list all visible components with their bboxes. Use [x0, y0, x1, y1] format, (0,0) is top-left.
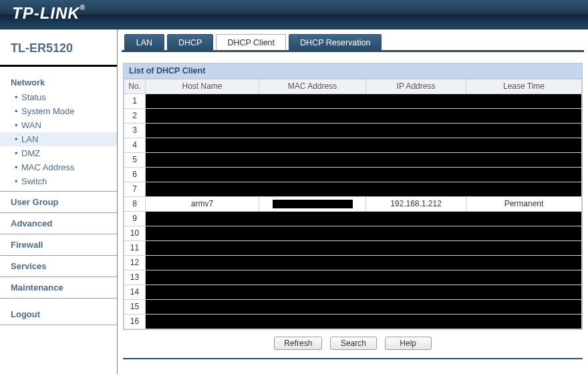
table-row: 8armv7192.168.1.212Permanent	[124, 197, 582, 212]
panel-title: List of DHCP Client	[124, 63, 582, 79]
redacted-cell	[146, 226, 582, 241]
sidebar-section-user-group[interactable]: User Group	[0, 194, 117, 210]
table-row: 9	[124, 212, 582, 226]
sidebar: TL-ER5120 Network Status System Mode WAN…	[0, 29, 118, 374]
cell-no: 2	[124, 109, 146, 124]
sidebar-section-maintenance[interactable]: Maintenance	[0, 280, 117, 295]
footer-rule	[123, 358, 583, 359]
dhcp-client-panel: List of DHCP Client No. Host Name MAC Ad…	[123, 63, 583, 330]
cell-no: 12	[124, 256, 146, 270]
col-mac: MAC Address	[259, 79, 366, 94]
table-row: 3	[124, 124, 582, 138]
brand-mark: ®	[80, 4, 86, 11]
divider	[0, 276, 117, 277]
cell-no: 9	[124, 212, 146, 226]
search-button[interactable]: Search	[330, 337, 377, 350]
redacted-cell	[146, 212, 582, 226]
sidebar-item-dmz[interactable]: DMZ	[0, 146, 117, 160]
header-bar: TP-LINK®	[0, 0, 588, 29]
table-row: 11	[124, 241, 582, 256]
cell-no: 3	[124, 124, 146, 138]
page-root: TP-LINK® TL-ER5120 Network Status System…	[0, 0, 588, 374]
sidebar-section-advanced[interactable]: Advanced	[0, 216, 117, 231]
tab-dhcp[interactable]: DHCP	[167, 34, 213, 50]
table-row: 2	[124, 109, 582, 124]
redacted-cell	[146, 168, 582, 182]
button-row: Refresh Search Help	[122, 330, 584, 357]
refresh-button[interactable]: Refresh	[274, 337, 322, 350]
redacted-cell	[146, 94, 582, 109]
redacted-cell	[146, 182, 582, 197]
tab-bar: LAN DHCP DHCP Client DHCP Reservation	[122, 32, 584, 51]
divider	[0, 191, 117, 192]
sidebar-item-wan[interactable]: WAN	[0, 118, 117, 132]
content-body: TL-ER5120 Network Status System Mode WAN…	[0, 29, 588, 374]
sidebar-item-status[interactable]: Status	[0, 90, 117, 104]
divider	[0, 255, 117, 256]
col-ip: IP Address	[366, 79, 466, 94]
table-row: 6	[124, 168, 582, 182]
divider	[0, 298, 117, 299]
divider	[0, 65, 117, 67]
cell-lease: Permanent	[466, 197, 582, 212]
divider	[0, 325, 117, 325]
brand-text: TP-LINK	[12, 4, 80, 22]
cell-no: 10	[124, 226, 146, 241]
redacted-cell	[146, 241, 582, 256]
sidebar-logout[interactable]: Logout	[0, 307, 117, 322]
sidebar-item-lan[interactable]: LAN	[0, 132, 117, 146]
redacted-cell	[146, 256, 582, 270]
tab-dhcp-reservation[interactable]: DHCP Reservation	[289, 34, 382, 50]
table-row: 12	[124, 256, 582, 270]
cell-no: 1	[124, 94, 146, 109]
table-row: 10	[124, 226, 582, 241]
main-area: LAN DHCP DHCP Client DHCP Reservation Li…	[118, 29, 588, 374]
redacted-cell	[146, 270, 582, 285]
sidebar-section-services[interactable]: Services	[0, 258, 117, 274]
table-row: 14	[124, 285, 582, 300]
redacted-mac	[273, 200, 353, 208]
redacted-cell	[146, 285, 582, 300]
redacted-cell	[146, 109, 582, 124]
tab-dhcp-client[interactable]: DHCP Client	[216, 34, 286, 50]
help-button[interactable]: Help	[385, 337, 432, 350]
sidebar-item-system-mode[interactable]: System Mode	[0, 104, 117, 118]
table-row: 1	[124, 94, 582, 109]
sidebar-section-firewall[interactable]: Firewall	[0, 237, 117, 252]
redacted-cell	[146, 315, 582, 329]
cell-ip: 192.168.1.212	[366, 197, 466, 212]
cell-no: 6	[124, 168, 146, 182]
cell-no: 15	[124, 300, 146, 315]
table-header-row: No. Host Name MAC Address IP Address Lea…	[124, 79, 582, 94]
cell-host: armv7	[146, 197, 259, 212]
dhcp-client-table: No. Host Name MAC Address IP Address Lea…	[124, 79, 582, 329]
model-name: TL-ER5120	[0, 32, 117, 65]
table-row: 5	[124, 153, 582, 168]
cell-no: 8	[124, 197, 146, 212]
brand-logo: TP-LINK®	[12, 4, 86, 23]
col-lease: Lease Time	[466, 79, 582, 94]
sidebar-item-mac-address[interactable]: MAC Address	[0, 160, 117, 174]
cell-no: 14	[124, 285, 146, 300]
table-row: 7	[124, 182, 582, 197]
table-row: 16	[124, 315, 582, 329]
cell-mac	[259, 197, 366, 212]
redacted-cell	[146, 300, 582, 315]
col-no: No.	[124, 79, 146, 94]
cell-no: 13	[124, 270, 146, 285]
table-row: 15	[124, 300, 582, 315]
redacted-cell	[146, 153, 582, 168]
divider	[0, 234, 117, 234]
cell-no: 5	[124, 153, 146, 168]
redacted-cell	[146, 138, 582, 153]
cell-no: 11	[124, 241, 146, 256]
table-row: 4	[124, 138, 582, 153]
sidebar-section-network[interactable]: Network	[0, 75, 117, 90]
sidebar-item-switch[interactable]: Switch	[0, 174, 117, 188]
divider	[0, 212, 117, 213]
cell-no: 4	[124, 138, 146, 153]
col-host: Host Name	[146, 79, 259, 94]
tab-lan[interactable]: LAN	[124, 34, 164, 50]
cell-no: 7	[124, 182, 146, 197]
cell-no: 16	[124, 315, 146, 329]
